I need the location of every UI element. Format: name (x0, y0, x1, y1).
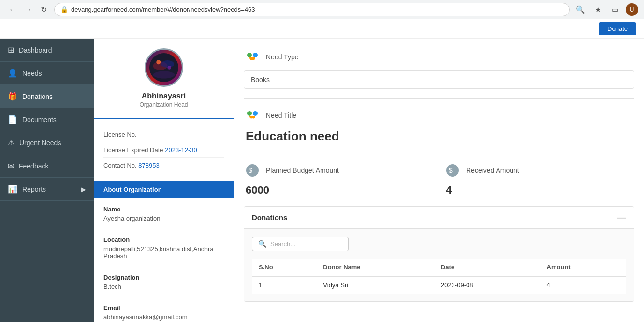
donations-table: S.No Donor Name Date Amount 1 Vidya Sri … (252, 259, 626, 294)
bookmark-button[interactable]: ★ (591, 3, 604, 16)
sidebar-item-reports[interactable]: 📊 Reports ▶ (0, 178, 94, 201)
about-designation-field: Designation B.tech (103, 274, 224, 296)
reports-icon: 📊 (8, 184, 17, 194)
donations-table-header-row: S.No Donor Name Date Amount (252, 259, 626, 276)
url-text: devang.gearforneed.com/member/#/donor/ne… (71, 6, 255, 13)
reload-button[interactable]: ↻ (37, 3, 50, 16)
browser-actions: 🔍 ★ ▭ U (573, 3, 638, 16)
svg-point-6 (247, 53, 252, 57)
need-type-label: Need Type (266, 53, 298, 61)
divider-1 (244, 98, 634, 99)
license-expired-label: License Expired Date (103, 146, 163, 154)
planned-budget-card: $ Planned Budget Amount 6000 (244, 162, 434, 196)
about-section: Name Ayesha organization Location mudine… (94, 198, 234, 322)
license-no-row: License No. (103, 127, 224, 142)
sidebar-label-donations: Donations (22, 93, 53, 100)
svg-point-9 (253, 111, 258, 116)
search-icon: 🔍 (258, 240, 266, 248)
budget-row: $ Planned Budget Amount 6000 $ Received (244, 162, 634, 196)
donations-card: Donations — 🔍 S.No Donor Name Date Amoun… (244, 206, 634, 302)
address-bar[interactable]: 🔒 devang.gearforneed.com/member/#/donor/… (54, 3, 570, 16)
cell-sno: 1 (252, 276, 316, 294)
collapse-donations-button[interactable]: — (617, 212, 626, 223)
app-body: ⊞ Dashboard 👤 Needs 🎁 Donations 📄 Docume… (0, 39, 644, 322)
contact-no-row: Contact No. 878953 (103, 158, 224, 173)
cell-donor-name: Vidya Sri (316, 276, 434, 294)
donations-card-header: Donations — (244, 207, 634, 229)
svg-point-4 (156, 60, 161, 64)
sidebar-item-urgent-needs[interactable]: ⚠ Urgent Needs (0, 131, 94, 154)
received-amount-header: $ Received Amount (444, 162, 634, 179)
about-designation-label: Designation (103, 274, 224, 281)
donations-icon: 🎁 (8, 92, 17, 101)
profile-switcher-button[interactable]: ▭ (608, 3, 622, 16)
svg-point-1 (153, 71, 175, 79)
user-avatar[interactable]: U (626, 3, 638, 16)
search-input[interactable] (270, 240, 351, 248)
sidebar-label-documents: Documents (22, 116, 57, 124)
svg-point-12 (446, 164, 459, 177)
about-location-value: mudinepalli,521325,krishna dist,Andhra P… (103, 245, 224, 260)
about-location-field: Location mudinepalli,521325,krishna dist… (103, 236, 224, 266)
need-title-label: Need Title (266, 112, 296, 119)
needs-icon: 👤 (8, 69, 17, 78)
about-name-value: Ayesha organization (103, 215, 224, 222)
browser-chrome: ← → ↻ 🔒 devang.gearforneed.com/member/#/… (0, 0, 644, 19)
dashboard-icon: ⊞ (8, 45, 14, 55)
table-row: 1 Vidya Sri 2023-09-08 4 (252, 276, 626, 294)
planned-budget-header: $ Planned Budget Amount (244, 162, 434, 179)
sidebar-label-urgent-needs: Urgent Needs (19, 139, 61, 147)
search-box[interactable]: 🔍 (252, 237, 349, 251)
sidebar-label-dashboard: Dashboard (19, 46, 52, 54)
forward-button[interactable]: → (21, 3, 35, 16)
donations-table-head: S.No Donor Name Date Amount (252, 259, 626, 276)
donations-card-title: Donations (252, 213, 287, 222)
col-sno: S.No (252, 259, 316, 276)
donations-body: 🔍 S.No Donor Name Date Amount 1 Vidy (244, 229, 634, 301)
sidebar: ⊞ Dashboard 👤 Needs 🎁 Donations 📄 Docume… (0, 39, 94, 322)
about-tab-label: About Organization (103, 186, 162, 193)
mid-panel: Abhinayasri Organization Head License No… (94, 39, 234, 322)
sidebar-item-donations[interactable]: 🎁 Donations (0, 85, 94, 108)
svg-point-10 (246, 164, 259, 177)
received-amount-card: $ Received Amount 4 (444, 162, 634, 196)
svg-text:$: $ (249, 167, 252, 174)
received-amount-icon: $ (444, 162, 461, 179)
received-amount-value: 4 (444, 184, 634, 196)
license-no-label: License No. (103, 131, 137, 138)
col-donor-name: Donor Name (316, 259, 434, 276)
cell-amount: 4 (540, 276, 626, 294)
main-panel: Need Type Books Need Title Education nee… (234, 39, 644, 322)
planned-budget-label: Planned Budget Amount (266, 167, 339, 174)
divider-2 (244, 154, 634, 154)
need-type-header: Need Type (244, 48, 634, 66)
zoom-button[interactable]: 🔍 (573, 3, 587, 16)
about-location-label: Location (103, 236, 224, 243)
donate-button[interactable]: Donate (599, 22, 636, 35)
need-title-value: Education need (244, 129, 634, 144)
svg-point-3 (161, 60, 174, 68)
sidebar-item-feedback[interactable]: ✉ Feedback (0, 154, 94, 178)
sidebar-item-documents[interactable]: 📄 Documents (0, 108, 94, 131)
documents-icon: 📄 (8, 115, 17, 124)
profile-section: Abhinayasri Organization Head (94, 39, 234, 119)
need-type-icon (244, 48, 261, 66)
profile-details: License No. License Expired Date 2023-12… (94, 119, 234, 181)
need-title-header: Need Title (244, 107, 634, 124)
back-button[interactable]: ← (6, 3, 19, 16)
about-organization-tab[interactable]: About Organization (94, 181, 234, 198)
license-expired-value: 2023-12-30 (165, 146, 197, 154)
need-type-value: Books (244, 70, 634, 89)
profile-avatar (145, 48, 183, 87)
about-designation-value: B.tech (103, 283, 224, 290)
sidebar-item-needs[interactable]: 👤 Needs (0, 62, 94, 85)
svg-point-5 (167, 66, 171, 70)
contact-no-label: Contact No. (103, 162, 137, 169)
need-type-section: Need Type Books (244, 48, 634, 89)
need-title-section: Need Title Education need (244, 107, 634, 144)
col-date: Date (434, 259, 540, 276)
profile-name: Abhinayasri (142, 92, 186, 100)
sidebar-item-dashboard[interactable]: ⊞ Dashboard (0, 39, 94, 62)
svg-text:$: $ (449, 167, 453, 174)
cell-date: 2023-09-08 (434, 276, 540, 294)
